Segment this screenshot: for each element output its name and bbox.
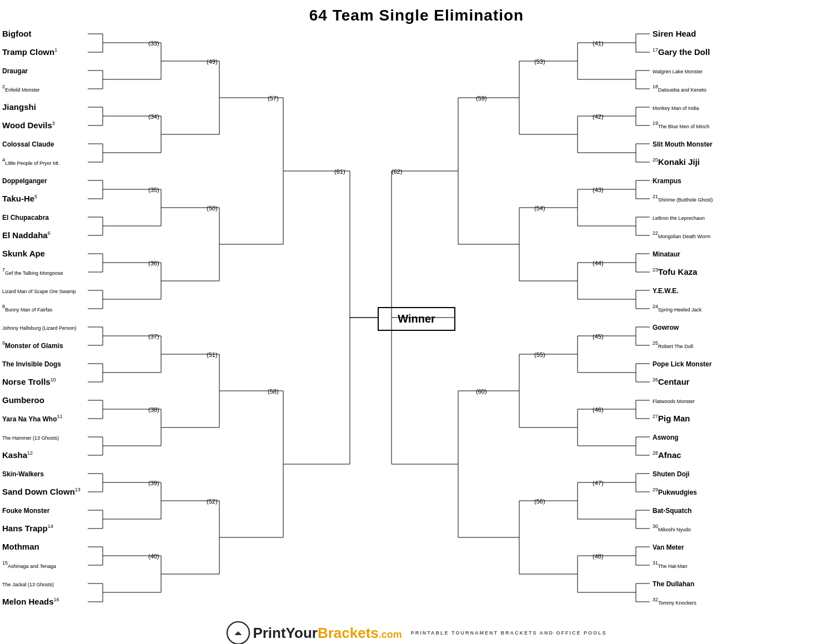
team-name: Mikoshi Nyudo <box>658 527 691 532</box>
seed: 19 <box>653 120 658 126</box>
team-name: Sand Down Clown <box>2 487 75 496</box>
team-spring-heeled-jack: 24Spring-Heeled Jack <box>653 304 702 314</box>
team-name: Colossal Claude <box>2 140 54 148</box>
team-norse-trolls: Norse Trolls10 <box>2 377 56 387</box>
seed: 18 <box>653 84 658 89</box>
team-name: Minataur <box>653 250 680 258</box>
team-colossal-claude: Colossal Claude <box>2 139 54 149</box>
seed: 25 <box>653 340 658 346</box>
seed: 11 <box>57 414 62 419</box>
seed: 16 <box>54 597 59 602</box>
team-tramp-clown: Tramp Clown1 <box>2 47 57 57</box>
seed: 13 <box>75 487 81 492</box>
seed: 32 <box>653 597 658 602</box>
seed: 24 <box>653 304 658 309</box>
team-name: Gowrow <box>653 324 679 331</box>
match-56: (56) <box>534 496 545 506</box>
team-gowrow: Gowrow <box>653 322 679 332</box>
match-62: (62) <box>392 166 403 176</box>
team-name: Siren Head <box>653 29 696 38</box>
match-55: (55) <box>534 349 545 359</box>
team-shirime: 21Shirime (Butthole Ghost) <box>653 194 713 204</box>
team-name: Datsueba and Keneto <box>658 87 706 93</box>
team-wood-devils: Wood Devils3 <box>2 120 55 130</box>
team-mikoshi: 30Mikoshi Nyudo <box>653 524 691 534</box>
seed: 20 <box>653 157 658 163</box>
seed: 17 <box>653 47 658 53</box>
seed: 31 <box>653 560 658 566</box>
team-name: Mongolian Death Worm <box>658 234 710 239</box>
match-50: (50) <box>207 203 218 213</box>
team-dullahan: The Dullahan <box>653 578 694 588</box>
match-41: (41) <box>593 38 604 48</box>
team-name: Enfeild Monster <box>5 87 40 93</box>
seed: 6 <box>48 230 51 236</box>
team-name: Gary the Doll <box>658 47 710 57</box>
team-slit-mouth: Slit Mouth Monster <box>653 139 712 149</box>
match-52: (52) <box>207 496 218 506</box>
seed: 12 <box>27 450 33 456</box>
match-40: (40) <box>148 551 159 561</box>
team-blue-men: 19The Blue Men of Minch <box>653 120 710 130</box>
match-45: (45) <box>593 331 604 341</box>
team-name: Centaur <box>658 377 690 386</box>
team-name: The Blue Men of Minch <box>658 124 710 129</box>
match-59: (59) <box>476 93 487 103</box>
match-38: (38) <box>148 404 159 414</box>
team-name: Pukwudgies <box>658 489 697 496</box>
team-kasha: Kasha12 <box>2 450 33 460</box>
winner-label: Winner <box>398 313 435 325</box>
team-name: Afnac <box>658 450 681 460</box>
team-the-hammer: The Hammer (13 Ghosts) <box>2 432 59 442</box>
seed: 30 <box>653 524 658 529</box>
team-name: Shirime (Butthole Ghost) <box>658 197 713 203</box>
match-39: (39) <box>148 477 159 487</box>
match-35: (35) <box>148 184 159 194</box>
bracket-container: Bigfoot Tramp Clown1 Draugar 2Enfeild Mo… <box>0 27 833 615</box>
team-little-people: 4Little People of Pryor Mt. <box>2 157 60 167</box>
team-robert-doll: 25Robert The Doll <box>653 340 693 350</box>
seed: 23 <box>653 267 658 273</box>
seed: 5 <box>34 194 37 199</box>
match-51: (51) <box>207 349 218 359</box>
match-42: (42) <box>593 111 604 121</box>
team-enfield: 2Enfeild Monster <box>2 84 40 94</box>
team-name: Monster of Glamis <box>5 342 63 350</box>
team-name: Tofu Kaza <box>658 267 697 276</box>
team-mothman: Mothman <box>2 542 39 552</box>
team-name: The Hammer (13 Ghosts) <box>2 435 59 441</box>
team-pope-lick: Pope Lick Monster <box>653 359 712 369</box>
team-siren-head: Siren Head <box>653 29 696 39</box>
team-pig-man: 27Pig Man <box>653 414 690 424</box>
logo-icon: ⏶ <box>226 621 250 644</box>
team-name: Krampus <box>653 177 681 185</box>
team-name: Slit Mouth Monster <box>653 140 712 148</box>
winner-box: Winner <box>378 307 455 331</box>
team-name: Norse Trolls <box>2 377 51 386</box>
team-name: Draugar <box>2 67 28 75</box>
team-name: Shuten Doji <box>653 470 690 478</box>
match-47: (47) <box>593 477 604 487</box>
team-melon-heads: Melon Heads16 <box>2 597 59 607</box>
team-skin-walkers: Skin-Walkers <box>2 469 44 479</box>
team-name: Taku-He <box>2 194 34 203</box>
team-skunk-ape: Skunk Ape <box>2 249 45 259</box>
team-name: Wood Devils <box>2 120 52 130</box>
seed: 21 <box>653 194 658 199</box>
team-bunny-man: 8Bunny Man of Fairfax <box>2 304 53 314</box>
team-tofu-kaza: 23Tofu Kaza <box>653 267 697 277</box>
team-name: Pig Man <box>658 414 690 423</box>
team-hans-trapp: Hans Trapp14 <box>2 524 53 534</box>
team-name: The Jackal (13 Ghosts) <box>2 582 54 587</box>
team-name: Little People of Pryor Mt. <box>5 160 60 166</box>
team-name: Ashinaga and Tenaga <box>8 564 56 569</box>
team-name: Johnny Hallsburg (Lizard Person) <box>2 325 77 331</box>
match-43: (43) <box>593 184 604 194</box>
team-name: El Naddaha <box>2 230 48 240</box>
team-name: Pope Lick Monster <box>653 360 712 368</box>
match-61: (61) <box>334 166 345 176</box>
team-taku-he: Taku-He5 <box>2 194 37 204</box>
match-54: (54) <box>534 203 545 213</box>
team-name: Spring-Heeled Jack <box>658 307 702 313</box>
team-pukwudgies: 29Pukwudgies <box>653 487 697 497</box>
